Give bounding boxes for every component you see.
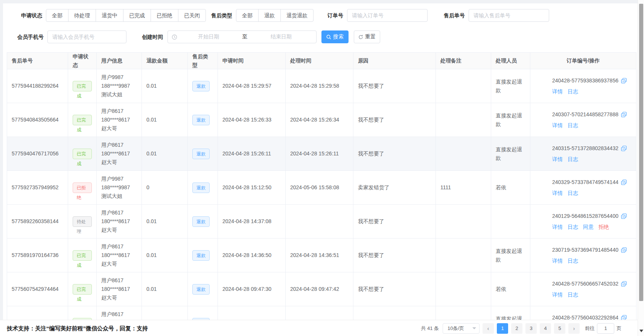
action-link[interactable]: 详情: [552, 87, 563, 96]
column-header: 退款金额: [142, 53, 188, 69]
action-link[interactable]: 详情: [552, 155, 563, 164]
aftersale-type-label: 售后类型: [190, 9, 232, 22]
action-link[interactable]: 详情: [552, 121, 563, 130]
copy-icon[interactable]: [621, 213, 627, 219]
scrollbar-down-arrow-icon[interactable]: [639, 330, 643, 332]
goto-page-input[interactable]: [597, 323, 614, 334]
prev-page-button[interactable]: ‹: [483, 323, 494, 334]
handler-cell: [491, 205, 530, 239]
next-page-button[interactable]: ›: [568, 323, 580, 334]
status-cell: 已完成: [68, 239, 97, 272]
column-header: 原因: [353, 53, 436, 69]
tech-support-text: 技术支持：关注“编写美好前程”微信公众号，回复：支持: [7, 320, 148, 336]
copy-icon[interactable]: [621, 179, 627, 185]
remark-cell: [436, 69, 491, 103]
action-link[interactable]: 日志: [568, 223, 578, 231]
user-info-cell: 用户8617180****8617赵大哥: [97, 205, 142, 239]
aftersale-no-cell: 5775892260358144: [7, 205, 68, 239]
aftersale-no-label: 售后单号: [427, 9, 465, 22]
order-number: 240307-5702144858277888: [552, 110, 618, 119]
copy-icon[interactable]: [621, 315, 627, 320]
pagination-total: 共 41 条: [421, 325, 439, 332]
table-row: 5775892260358144待处理用户8617180****8617赵大哥0…: [7, 205, 636, 239]
apply-status-option-0[interactable]: 全部: [46, 9, 69, 22]
order-operation-cell: 240129-5648615287654400详情日志同意拒绝: [530, 205, 636, 239]
user-info-cell: 用户8617180****8617赵大哥: [97, 137, 142, 171]
column-header: 处理人员: [491, 53, 530, 69]
aftersale-table: 售后单号申请状态用户信息退款金额售后类型申请时间处理时间原因处理备注处理人员订单…: [7, 52, 636, 320]
apply-status-option-1[interactable]: 待处理: [68, 9, 96, 22]
column-header: 申请状态: [68, 53, 97, 69]
status-tag: 待处理: [73, 216, 92, 227]
action-link[interactable]: 详情: [552, 290, 563, 299]
status-cell: 已拒绝: [68, 171, 97, 205]
page-button-5[interactable]: 5: [554, 323, 565, 334]
member-phone-input[interactable]: [47, 30, 126, 43]
remark-cell: [436, 103, 491, 137]
status-tag: 已完成: [73, 149, 92, 159]
goto-label: 前往: [585, 325, 595, 332]
action-link[interactable]: 拒绝: [598, 223, 609, 231]
remark-cell: [436, 306, 491, 320]
aftersale-type-cell: 退款: [188, 205, 218, 239]
order-operation-cell: 240428-5775604032292864详情日志: [530, 306, 636, 320]
copy-icon[interactable]: [621, 146, 627, 151]
page-button-3[interactable]: 3: [525, 323, 537, 334]
scrollbar-thumb[interactable]: [639, 4, 643, 301]
action-link[interactable]: 详情: [552, 257, 563, 265]
apply-status-option-3[interactable]: 已完成: [123, 9, 151, 22]
action-link[interactable]: 日志: [568, 155, 578, 164]
action-link[interactable]: 日志: [568, 121, 578, 130]
status-cell: 已完成: [68, 69, 97, 103]
vertical-scrollbar[interactable]: [638, 0, 644, 336]
order-operation-cell: 230719-5373694791485440详情日志: [530, 239, 636, 272]
create-time-label: 创建时间: [130, 30, 163, 43]
aftersale-type-cell: 退款: [188, 171, 218, 205]
create-time-range-picker[interactable]: 开始日期 至 结束日期: [167, 30, 317, 43]
aftersale-type-option-0[interactable]: 全部: [236, 9, 259, 22]
order-no-input[interactable]: [347, 9, 428, 22]
copy-icon[interactable]: [621, 78, 627, 84]
action-link[interactable]: 日志: [568, 189, 578, 198]
aftersale-type-cell: 退款: [188, 103, 218, 137]
goto-page-suffix: 页: [617, 325, 621, 332]
handle-time-cell: 2024-04-28 14:36:51: [286, 239, 353, 272]
order-operation-cell: 240428-5775606657452032详情日志: [530, 272, 636, 306]
order-number: 240129-5648615287654400: [552, 212, 618, 220]
page-button-2[interactable]: 2: [511, 323, 522, 334]
search-button[interactable]: 搜索: [321, 30, 349, 43]
copy-icon[interactable]: [621, 247, 627, 253]
action-link[interactable]: 详情: [552, 223, 563, 231]
action-link[interactable]: 日志: [568, 87, 578, 96]
order-number: 240428-5775938386937856: [552, 76, 618, 85]
aftersale-type-option-1[interactable]: 退款: [258, 9, 281, 22]
status-tag: 已完成: [73, 81, 92, 91]
refund-amount-cell: 0.01: [142, 205, 188, 239]
handler-cell: 直接发起退款: [491, 103, 530, 137]
remark-cell: [436, 205, 491, 239]
type-tag: 退款: [192, 182, 210, 193]
end-date-placeholder[interactable]: 结束日期: [250, 33, 313, 40]
order-number: 230719-5373694791485440: [552, 246, 618, 254]
reset-button[interactable]: 重置: [354, 30, 380, 43]
aftersale-no-cell: 5775940476717056: [7, 137, 68, 171]
page-button-1[interactable]: 1: [497, 323, 508, 334]
order-number: 240428-5775606657452032: [552, 280, 618, 288]
page-button-4[interactable]: 4: [540, 323, 551, 334]
action-link[interactable]: 同意: [583, 223, 594, 231]
aftersale-no-input[interactable]: [469, 9, 549, 22]
copy-icon[interactable]: [621, 112, 627, 117]
aftersale-type-cell: 退款: [188, 239, 218, 272]
action-link[interactable]: 日志: [568, 257, 578, 265]
copy-icon[interactable]: [621, 281, 627, 287]
action-link[interactable]: 日志: [568, 290, 578, 299]
order-operation-cell: 240307-5702144858277888详情日志: [530, 103, 636, 137]
handler-cell: 直接发起退款: [491, 69, 530, 103]
user-info-cell: 用户9987188****9987测试大姐: [97, 171, 142, 205]
action-link[interactable]: 详情: [552, 189, 563, 198]
start-date-placeholder[interactable]: 开始日期: [177, 33, 240, 40]
page-size-select[interactable]: 10条/页: [443, 323, 480, 334]
apply-status-option-4[interactable]: 已拒绝: [151, 9, 178, 22]
order-operation-cell: 240315-5713728802834432详情日志: [530, 137, 636, 171]
apply-status-option-2[interactable]: 退货中: [96, 9, 123, 22]
